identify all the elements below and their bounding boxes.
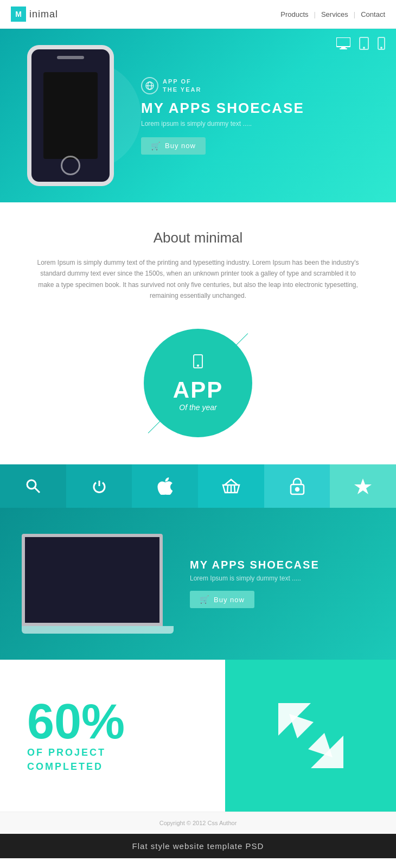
stats-section: 60% OF PROJECT COMPLETED bbox=[0, 660, 396, 812]
laptop-subtitle: Lorem Ipsum is simply dummy text ..... bbox=[190, 575, 374, 582]
phone-mockup bbox=[22, 45, 119, 186]
svg-line-13 bbox=[35, 488, 40, 493]
svg-point-6 bbox=[381, 47, 382, 48]
icon-bar bbox=[0, 464, 396, 508]
stats-percent: 60% bbox=[27, 697, 198, 746]
badge-line2: THE YEAR bbox=[163, 86, 201, 93]
hero-buy-button[interactable]: 🛒 Buy now bbox=[141, 137, 206, 155]
laptop-title: MY APPS SHOECASE bbox=[190, 559, 374, 571]
icon-bar-apple[interactable] bbox=[132, 464, 198, 508]
svg-rect-1 bbox=[341, 47, 346, 48]
svg-point-18 bbox=[296, 488, 299, 491]
cart-icon: 🛒 bbox=[151, 142, 161, 150]
buy-button-label: Buy now bbox=[165, 142, 196, 150]
svg-rect-2 bbox=[340, 48, 347, 49]
stats-label-line1: OF PROJECT bbox=[27, 746, 198, 760]
stats-left: 60% OF PROJECT COMPLETED bbox=[0, 660, 225, 812]
hero-subtitle: Lorem ipsum is simply dummy text ..... bbox=[141, 120, 374, 127]
laptop-section: MY APPS SHOECASE Lorem Ipsum is simply d… bbox=[0, 508, 396, 660]
footer-text: Copyright © 2012 Css Author bbox=[159, 820, 237, 826]
badge-app-text: APP bbox=[173, 377, 223, 403]
nav-sep-2: | bbox=[354, 10, 355, 18]
badge-circle: APP Of the year bbox=[144, 329, 252, 437]
stats-label-line2: COMPLETED bbox=[27, 760, 198, 774]
hero-section: APP OF THE YEAR MY APPS SHOECASE Lorem i… bbox=[0, 29, 396, 202]
svg-marker-21 bbox=[289, 714, 314, 738]
bottom-label: Flat style website template PSD bbox=[0, 834, 396, 858]
svg-marker-19 bbox=[354, 478, 372, 494]
tablet-icon[interactable] bbox=[359, 37, 369, 53]
mobile-icon[interactable] bbox=[378, 37, 385, 53]
icon-bar-basket[interactable] bbox=[198, 464, 264, 508]
nav-sep-1: | bbox=[314, 10, 316, 18]
bottom-label-text: Flat style website template PSD bbox=[132, 841, 264, 851]
hero-content: APP OF THE YEAR MY APPS SHOECASE Lorem i… bbox=[141, 77, 374, 155]
about-section: About minimal Lorem Ipsum is simply dumm… bbox=[0, 202, 396, 464]
arrows-icon bbox=[267, 692, 354, 779]
badge-line1: APP OF bbox=[163, 78, 201, 85]
icon-bar-search[interactable] bbox=[0, 464, 66, 508]
badge-of-text: Of the year bbox=[179, 403, 216, 412]
globe-icon bbox=[141, 77, 158, 94]
svg-point-4 bbox=[363, 47, 365, 48]
stats-label: OF PROJECT COMPLETED bbox=[27, 746, 198, 773]
nav-item-services[interactable]: Services bbox=[321, 10, 348, 18]
hero-globe: APP OF THE YEAR bbox=[141, 77, 374, 94]
laptop-mockup bbox=[22, 534, 174, 634]
svg-point-11 bbox=[197, 365, 199, 366]
logo-box: M bbox=[11, 7, 26, 22]
icon-bar-star[interactable] bbox=[330, 464, 396, 508]
logo-area: M inimal bbox=[11, 7, 58, 22]
nav-item-products[interactable]: Products bbox=[280, 10, 308, 18]
device-icons bbox=[336, 37, 385, 53]
about-body: Lorem Ipsum is simply dummy text of the … bbox=[35, 257, 361, 302]
hero-badge: APP OF THE YEAR bbox=[163, 78, 201, 93]
stats-right bbox=[225, 660, 396, 812]
desktop-icon[interactable] bbox=[336, 37, 350, 53]
navbar: M inimal Products | Services | Contact bbox=[0, 0, 396, 29]
hero-title: MY APPS SHOECASE bbox=[141, 100, 374, 117]
laptop-content: MY APPS SHOECASE Lorem Ipsum is simply d… bbox=[190, 559, 374, 608]
laptop-buy-label: Buy now bbox=[214, 596, 245, 604]
svg-rect-0 bbox=[336, 37, 350, 47]
laptop-screen bbox=[22, 534, 163, 626]
app-year-badge: APP Of the year bbox=[144, 329, 252, 437]
about-title: About minimal bbox=[33, 229, 363, 246]
svg-point-12 bbox=[27, 480, 36, 489]
svg-line-16 bbox=[234, 485, 235, 493]
footer: Copyright © 2012 Css Author bbox=[0, 812, 396, 834]
logo-letter: M bbox=[15, 10, 22, 18]
icon-bar-power[interactable] bbox=[66, 464, 132, 508]
phone-outer bbox=[27, 45, 114, 186]
icon-bar-lock[interactable] bbox=[264, 464, 330, 508]
laptop-base bbox=[22, 626, 174, 634]
logo-text: inimal bbox=[29, 9, 58, 20]
nav-item-contact[interactable]: Contact bbox=[361, 10, 385, 18]
svg-line-15 bbox=[227, 485, 228, 493]
badge-phone-icon bbox=[190, 354, 206, 373]
nav-links: Products | Services | Contact bbox=[280, 10, 385, 18]
laptop-cart-icon: 🛒 bbox=[200, 595, 209, 604]
svg-marker-23 bbox=[308, 733, 333, 757]
phone-screen bbox=[43, 72, 98, 159]
laptop-buy-button[interactable]: 🛒 Buy now bbox=[190, 591, 254, 608]
